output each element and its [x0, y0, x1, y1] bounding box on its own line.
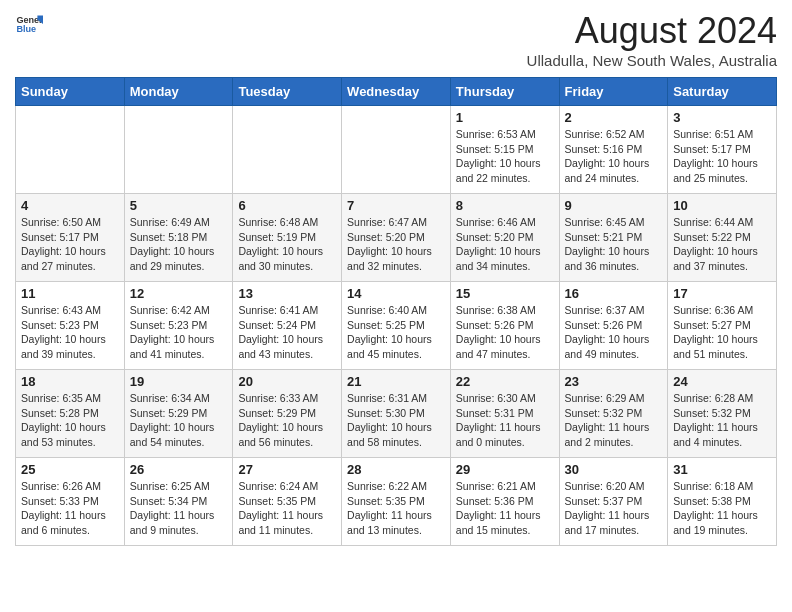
month-title: August 2024	[527, 10, 777, 52]
calendar-cell: 8Sunrise: 6:46 AM Sunset: 5:20 PM Daylig…	[450, 194, 559, 282]
day-info: Sunrise: 6:24 AM Sunset: 5:35 PM Dayligh…	[238, 479, 336, 538]
svg-text:Blue: Blue	[16, 24, 36, 34]
calendar-cell: 23Sunrise: 6:29 AM Sunset: 5:32 PM Dayli…	[559, 370, 668, 458]
day-number: 29	[456, 462, 554, 477]
day-number: 9	[565, 198, 663, 213]
calendar-cell	[233, 106, 342, 194]
day-info: Sunrise: 6:31 AM Sunset: 5:30 PM Dayligh…	[347, 391, 445, 450]
day-number: 30	[565, 462, 663, 477]
day-info: Sunrise: 6:22 AM Sunset: 5:35 PM Dayligh…	[347, 479, 445, 538]
calendar-cell: 25Sunrise: 6:26 AM Sunset: 5:33 PM Dayli…	[16, 458, 125, 546]
calendar-cell: 6Sunrise: 6:48 AM Sunset: 5:19 PM Daylig…	[233, 194, 342, 282]
calendar-week-1: 4Sunrise: 6:50 AM Sunset: 5:17 PM Daylig…	[16, 194, 777, 282]
day-info: Sunrise: 6:51 AM Sunset: 5:17 PM Dayligh…	[673, 127, 771, 186]
calendar-cell: 9Sunrise: 6:45 AM Sunset: 5:21 PM Daylig…	[559, 194, 668, 282]
header-monday: Monday	[124, 78, 233, 106]
day-info: Sunrise: 6:21 AM Sunset: 5:36 PM Dayligh…	[456, 479, 554, 538]
logo-icon: General Blue	[15, 10, 43, 38]
calendar-cell: 29Sunrise: 6:21 AM Sunset: 5:36 PM Dayli…	[450, 458, 559, 546]
calendar-cell: 22Sunrise: 6:30 AM Sunset: 5:31 PM Dayli…	[450, 370, 559, 458]
calendar-cell: 19Sunrise: 6:34 AM Sunset: 5:29 PM Dayli…	[124, 370, 233, 458]
day-number: 19	[130, 374, 228, 389]
day-number: 8	[456, 198, 554, 213]
header-wednesday: Wednesday	[342, 78, 451, 106]
day-number: 1	[456, 110, 554, 125]
day-number: 2	[565, 110, 663, 125]
day-number: 18	[21, 374, 119, 389]
calendar-cell: 3Sunrise: 6:51 AM Sunset: 5:17 PM Daylig…	[668, 106, 777, 194]
day-number: 26	[130, 462, 228, 477]
day-number: 31	[673, 462, 771, 477]
day-info: Sunrise: 6:43 AM Sunset: 5:23 PM Dayligh…	[21, 303, 119, 362]
day-info: Sunrise: 6:37 AM Sunset: 5:26 PM Dayligh…	[565, 303, 663, 362]
calendar-cell: 21Sunrise: 6:31 AM Sunset: 5:30 PM Dayli…	[342, 370, 451, 458]
calendar-week-3: 18Sunrise: 6:35 AM Sunset: 5:28 PM Dayli…	[16, 370, 777, 458]
calendar-week-2: 11Sunrise: 6:43 AM Sunset: 5:23 PM Dayli…	[16, 282, 777, 370]
day-number: 23	[565, 374, 663, 389]
day-info: Sunrise: 6:35 AM Sunset: 5:28 PM Dayligh…	[21, 391, 119, 450]
calendar-cell: 18Sunrise: 6:35 AM Sunset: 5:28 PM Dayli…	[16, 370, 125, 458]
calendar-cell: 31Sunrise: 6:18 AM Sunset: 5:38 PM Dayli…	[668, 458, 777, 546]
day-number: 13	[238, 286, 336, 301]
day-info: Sunrise: 6:30 AM Sunset: 5:31 PM Dayligh…	[456, 391, 554, 450]
day-info: Sunrise: 6:18 AM Sunset: 5:38 PM Dayligh…	[673, 479, 771, 538]
calendar-cell: 16Sunrise: 6:37 AM Sunset: 5:26 PM Dayli…	[559, 282, 668, 370]
day-number: 22	[456, 374, 554, 389]
day-number: 3	[673, 110, 771, 125]
calendar-cell: 24Sunrise: 6:28 AM Sunset: 5:32 PM Dayli…	[668, 370, 777, 458]
day-number: 11	[21, 286, 119, 301]
day-info: Sunrise: 6:48 AM Sunset: 5:19 PM Dayligh…	[238, 215, 336, 274]
day-number: 28	[347, 462, 445, 477]
calendar-cell: 14Sunrise: 6:40 AM Sunset: 5:25 PM Dayli…	[342, 282, 451, 370]
day-number: 7	[347, 198, 445, 213]
day-info: Sunrise: 6:34 AM Sunset: 5:29 PM Dayligh…	[130, 391, 228, 450]
day-number: 24	[673, 374, 771, 389]
title-area: August 2024 Ulladulla, New South Wales, …	[527, 10, 777, 69]
calendar-week-4: 25Sunrise: 6:26 AM Sunset: 5:33 PM Dayli…	[16, 458, 777, 546]
day-info: Sunrise: 6:26 AM Sunset: 5:33 PM Dayligh…	[21, 479, 119, 538]
day-info: Sunrise: 6:36 AM Sunset: 5:27 PM Dayligh…	[673, 303, 771, 362]
header-tuesday: Tuesday	[233, 78, 342, 106]
logo: General Blue	[15, 10, 43, 38]
header-friday: Friday	[559, 78, 668, 106]
page-header: General Blue August 2024 Ulladulla, New …	[15, 10, 777, 69]
calendar-cell: 12Sunrise: 6:42 AM Sunset: 5:23 PM Dayli…	[124, 282, 233, 370]
day-number: 17	[673, 286, 771, 301]
calendar-cell: 1Sunrise: 6:53 AM Sunset: 5:15 PM Daylig…	[450, 106, 559, 194]
day-number: 27	[238, 462, 336, 477]
calendar-table: SundayMondayTuesdayWednesdayThursdayFrid…	[15, 77, 777, 546]
day-info: Sunrise: 6:20 AM Sunset: 5:37 PM Dayligh…	[565, 479, 663, 538]
calendar-week-0: 1Sunrise: 6:53 AM Sunset: 5:15 PM Daylig…	[16, 106, 777, 194]
day-info: Sunrise: 6:47 AM Sunset: 5:20 PM Dayligh…	[347, 215, 445, 274]
day-info: Sunrise: 6:52 AM Sunset: 5:16 PM Dayligh…	[565, 127, 663, 186]
day-info: Sunrise: 6:44 AM Sunset: 5:22 PM Dayligh…	[673, 215, 771, 274]
calendar-cell: 17Sunrise: 6:36 AM Sunset: 5:27 PM Dayli…	[668, 282, 777, 370]
day-number: 21	[347, 374, 445, 389]
day-number: 12	[130, 286, 228, 301]
calendar-cell: 13Sunrise: 6:41 AM Sunset: 5:24 PM Dayli…	[233, 282, 342, 370]
calendar-cell: 15Sunrise: 6:38 AM Sunset: 5:26 PM Dayli…	[450, 282, 559, 370]
location-title: Ulladulla, New South Wales, Australia	[527, 52, 777, 69]
calendar-body: 1Sunrise: 6:53 AM Sunset: 5:15 PM Daylig…	[16, 106, 777, 546]
day-info: Sunrise: 6:41 AM Sunset: 5:24 PM Dayligh…	[238, 303, 336, 362]
calendar-cell	[124, 106, 233, 194]
calendar-cell: 11Sunrise: 6:43 AM Sunset: 5:23 PM Dayli…	[16, 282, 125, 370]
day-info: Sunrise: 6:53 AM Sunset: 5:15 PM Dayligh…	[456, 127, 554, 186]
day-number: 15	[456, 286, 554, 301]
calendar-cell: 30Sunrise: 6:20 AM Sunset: 5:37 PM Dayli…	[559, 458, 668, 546]
day-info: Sunrise: 6:50 AM Sunset: 5:17 PM Dayligh…	[21, 215, 119, 274]
calendar-cell: 10Sunrise: 6:44 AM Sunset: 5:22 PM Dayli…	[668, 194, 777, 282]
day-info: Sunrise: 6:42 AM Sunset: 5:23 PM Dayligh…	[130, 303, 228, 362]
day-info: Sunrise: 6:33 AM Sunset: 5:29 PM Dayligh…	[238, 391, 336, 450]
calendar-cell	[16, 106, 125, 194]
day-info: Sunrise: 6:40 AM Sunset: 5:25 PM Dayligh…	[347, 303, 445, 362]
header-thursday: Thursday	[450, 78, 559, 106]
day-info: Sunrise: 6:38 AM Sunset: 5:26 PM Dayligh…	[456, 303, 554, 362]
calendar-cell: 5Sunrise: 6:49 AM Sunset: 5:18 PM Daylig…	[124, 194, 233, 282]
calendar-cell: 4Sunrise: 6:50 AM Sunset: 5:17 PM Daylig…	[16, 194, 125, 282]
day-number: 10	[673, 198, 771, 213]
calendar-cell: 27Sunrise: 6:24 AM Sunset: 5:35 PM Dayli…	[233, 458, 342, 546]
day-number: 5	[130, 198, 228, 213]
calendar-cell	[342, 106, 451, 194]
day-info: Sunrise: 6:46 AM Sunset: 5:20 PM Dayligh…	[456, 215, 554, 274]
